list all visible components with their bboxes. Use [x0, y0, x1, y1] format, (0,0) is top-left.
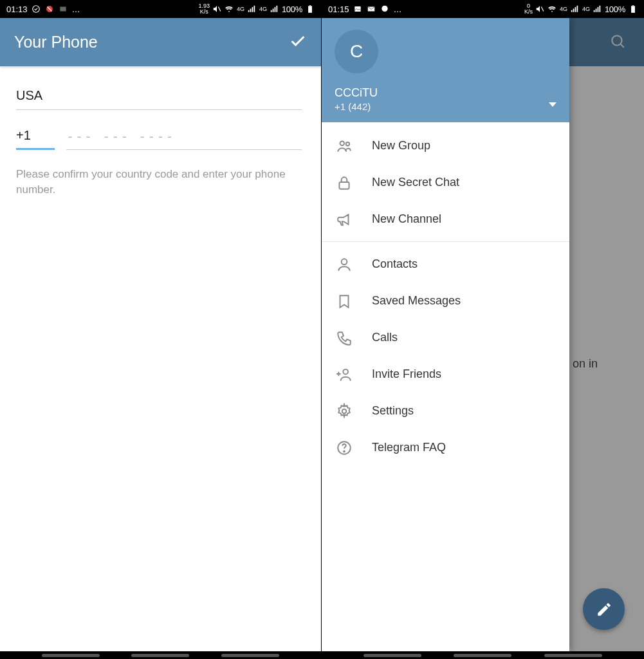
- help-icon: [335, 440, 354, 456]
- nav-drawer: C CCCiTU +1 (442) New Group New Secret C…: [322, 18, 569, 651]
- drawer-separator: [322, 241, 569, 242]
- chevron-down-icon[interactable]: [549, 102, 557, 107]
- drawer-item-label: Saved Messages: [372, 294, 461, 308]
- drawer-item-calls[interactable]: Calls: [322, 319, 569, 356]
- nav-home[interactable]: [131, 654, 189, 657]
- signal-icon-2: [593, 5, 602, 14]
- android-navbar: [0, 651, 321, 659]
- drawer-item-invite-friends[interactable]: Invite Friends: [322, 356, 569, 393]
- screen-phone-signup: 01:13 … 1.93K/s 4G 4G 100% Your Phone: [0, 0, 322, 659]
- nav-home[interactable]: [454, 654, 511, 657]
- svg-point-6: [340, 141, 345, 145]
- svg-point-0: [33, 6, 40, 13]
- signup-form: USA +1 --- --- ---- Please confirm your …: [0, 71, 318, 210]
- status-icon-circle: [32, 5, 41, 14]
- drawer-item-contacts[interactable]: Contacts: [322, 246, 569, 283]
- signal-icon: [247, 5, 257, 14]
- nav-back[interactable]: [544, 654, 602, 657]
- drawer-item-label: New Channel: [372, 212, 441, 226]
- battery-percent: 100%: [605, 5, 625, 14]
- nav-recent[interactable]: [42, 654, 100, 657]
- drawer-item-settings[interactable]: Settings: [322, 393, 569, 429]
- drawer-item-label: New Secret Chat: [372, 176, 459, 189]
- net-tag-2: 4G: [259, 6, 267, 12]
- status-time: 01:13: [6, 5, 28, 14]
- net-tag: 4G: [237, 6, 244, 12]
- svg-point-10: [343, 369, 348, 374]
- group-icon: [335, 138, 354, 154]
- battery-icon: [305, 5, 315, 14]
- signal-icon-2: [270, 5, 279, 14]
- drawer-item-saved-messages[interactable]: Saved Messages: [322, 283, 569, 319]
- svg-point-9: [342, 259, 347, 265]
- drawer-item-new-group[interactable]: New Group: [322, 127, 569, 164]
- wifi-icon: [547, 5, 557, 14]
- screen-drawer: 01:15 … 0K/s 4G 4G 100% on in: [322, 0, 644, 659]
- status-icon-noentry: [45, 5, 55, 14]
- status-bar: 01:15 … 0K/s 4G 4G 100%: [322, 0, 644, 18]
- status-bar: 01:13 … 1.93K/s 4G 4G 100%: [0, 0, 321, 18]
- mute-icon: [535, 5, 545, 14]
- net-tag: 4G: [560, 6, 567, 12]
- svg-point-4: [382, 6, 387, 12]
- drawer-item-label: Calls: [372, 331, 398, 344]
- confirm-button[interactable]: [289, 32, 307, 53]
- status-icon-generic: [59, 5, 68, 14]
- gear-icon: [335, 403, 354, 420]
- svg-point-7: [346, 142, 349, 145]
- battery-percent: 100%: [282, 5, 302, 14]
- signal-icon: [570, 5, 580, 14]
- compose-fab[interactable]: [583, 588, 625, 630]
- drawer-item-label: Invite Friends: [372, 367, 441, 381]
- country-select[interactable]: USA: [16, 84, 302, 110]
- drawer-item-label: New Group: [372, 139, 430, 153]
- hint-text: Please confirm your country code and ent…: [16, 167, 302, 198]
- net-tag-2: 4G: [582, 6, 590, 12]
- bookmark-icon: [335, 293, 354, 310]
- page-title: Your Phone: [14, 33, 98, 51]
- image-icon: [353, 5, 363, 14]
- nav-back[interactable]: [221, 654, 279, 657]
- status-time: 01:15: [328, 5, 349, 14]
- drawer-item-new-secret-chat[interactable]: New Secret Chat: [322, 164, 569, 201]
- svg-point-11: [342, 409, 347, 413]
- appbar: Your Phone: [0, 18, 321, 66]
- drawer-item-label: Contacts: [372, 257, 418, 271]
- mute-icon: [212, 5, 222, 14]
- drawer-header[interactable]: C CCCiTU +1 (442): [322, 18, 569, 122]
- wifi-icon: [225, 5, 234, 14]
- drawer-item-telegram-faq[interactable]: Telegram FAQ: [322, 429, 569, 466]
- drawer-item-new-channel[interactable]: New Channel: [322, 201, 569, 237]
- account-name: CCCiTU: [335, 86, 557, 100]
- battery-icon: [628, 5, 638, 14]
- net-speed: 0K/s: [524, 3, 533, 15]
- net-speed: 1.93K/s: [198, 3, 210, 15]
- svg-rect-8: [339, 181, 349, 189]
- drawer-item-label: Settings: [372, 404, 414, 418]
- account-phone: +1 (442): [335, 101, 557, 112]
- status-more-icon: …: [394, 5, 403, 14]
- drawer-item-label: Telegram FAQ: [372, 441, 446, 454]
- person-icon: [335, 256, 354, 273]
- drawer-list: New Group New Secret Chat New Channel Co…: [322, 122, 569, 651]
- svg-rect-2: [354, 6, 360, 12]
- svg-point-13: [344, 450, 345, 452]
- nav-recent[interactable]: [363, 654, 421, 657]
- status-more-icon: …: [72, 5, 81, 14]
- android-navbar: [322, 651, 644, 659]
- add-person-icon: [335, 366, 354, 383]
- avatar[interactable]: C: [335, 30, 378, 73]
- megaphone-icon: [335, 211, 354, 228]
- phone-number-input[interactable]: --- --- ----: [66, 129, 302, 150]
- avatar-initial: C: [350, 41, 363, 62]
- phone-icon: [335, 330, 354, 346]
- chat-icon: [380, 5, 390, 14]
- mail-icon: [367, 5, 376, 14]
- lock-icon: [335, 174, 354, 191]
- country-code-input[interactable]: +1: [16, 128, 55, 150]
